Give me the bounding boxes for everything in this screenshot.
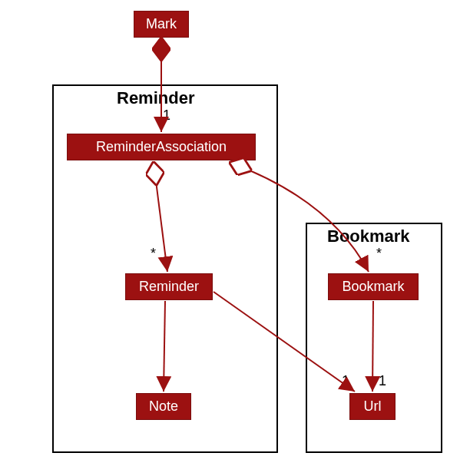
- mult-mark-to-ra: 1: [163, 107, 170, 124]
- mult-reminder-to-url: 1: [342, 373, 349, 389]
- class-reminder: Reminder: [125, 273, 213, 300]
- class-url: Url: [349, 393, 396, 420]
- package-bookmark-title: Bookmark: [327, 226, 410, 246]
- mult-ra-to-bookmark: *: [376, 246, 382, 262]
- mult-bookmark-to-url: 1: [379, 373, 386, 389]
- class-reminder-association: ReminderAssociation: [67, 134, 256, 160]
- package-reminder-title: Reminder: [117, 88, 194, 108]
- class-bookmark: Bookmark: [328, 273, 419, 300]
- class-mark: Mark: [134, 11, 189, 38]
- class-note: Note: [136, 393, 191, 420]
- mult-ra-to-reminder: *: [151, 246, 156, 262]
